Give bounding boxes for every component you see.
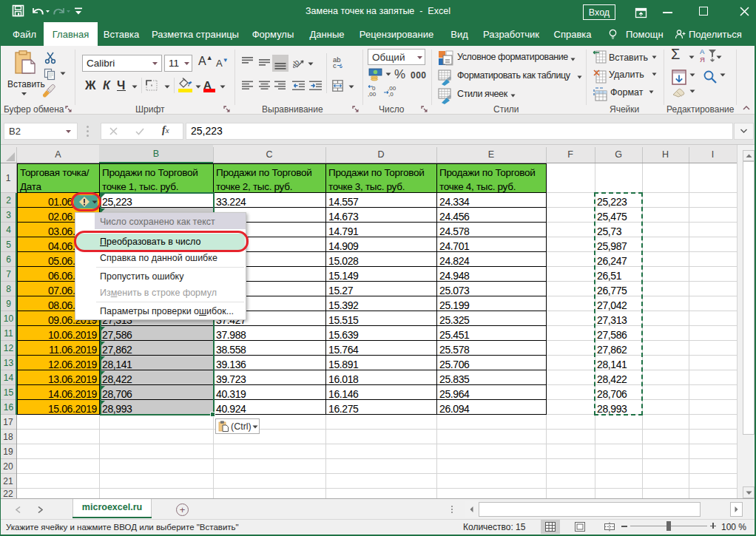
svg-text:,00: ,00 (368, 91, 377, 98)
svg-text:c: c (333, 61, 337, 69)
svg-text:,0: ,0 (388, 91, 394, 98)
svg-text:Я: Я (700, 55, 705, 63)
svg-text:А: А (700, 47, 705, 55)
